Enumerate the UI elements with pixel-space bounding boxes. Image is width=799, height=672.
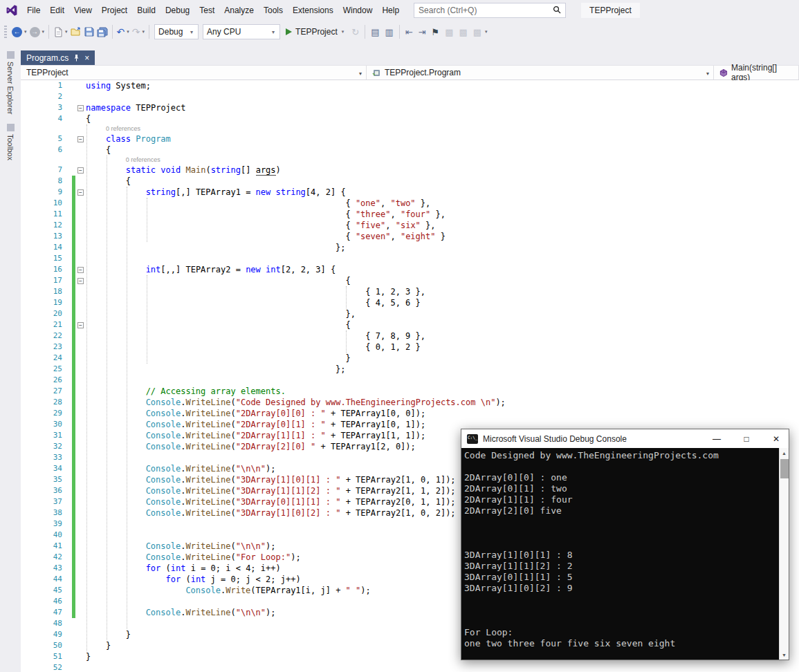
code-text[interactable]: { "seven", "eight" } [86, 231, 799, 242]
code-text[interactable]: using System; [86, 80, 799, 91]
code-line[interactable]: 22{ 7, 8, 9 }, [21, 330, 799, 342]
menu-item-help[interactable]: Help [377, 2, 404, 19]
navigate-forward-button[interactable]: → [28, 24, 42, 40]
fold-toggle-icon[interactable]: − [77, 167, 84, 174]
code-line[interactable]: 9−string[,] TEPArray1 = new string[4, 2]… [21, 187, 799, 198]
console-scrollbar[interactable]: ▲ ▼ [779, 448, 789, 660]
fold-toggle-icon[interactable]: − [77, 278, 84, 284]
code-line[interactable]: 16−int[,,] TEPArray2 = new int[2, 2, 3] … [21, 264, 799, 275]
menu-item-analyze[interactable]: Analyze [219, 2, 259, 19]
code-text[interactable] [86, 253, 799, 264]
save-all-button[interactable] [95, 24, 109, 40]
forward-dropdown-icon[interactable]: ▾ [42, 29, 46, 35]
fold-toggle-icon[interactable]: − [77, 136, 84, 142]
code-line[interactable]: 8{ [21, 176, 799, 187]
code-text[interactable]: { [86, 319, 799, 330]
codelens-references[interactable]: 0 references [126, 156, 160, 165]
code-text[interactable]: // Accessing array elements. [86, 386, 799, 397]
tab-program-cs[interactable]: Program.cs × [21, 50, 95, 65]
code-text[interactable]: Console.WriteLine("Code Designed by www.… [86, 397, 799, 408]
code-line[interactable]: 3−namespace TEPProject [21, 102, 799, 113]
fold-toggle-icon[interactable]: − [77, 322, 84, 328]
code-line[interactable]: 15 [21, 253, 799, 264]
menu-item-project[interactable]: Project [97, 2, 132, 19]
code-text[interactable]: { [86, 144, 799, 156]
scrollbar-thumb[interactable] [780, 459, 789, 478]
menu-item-tools[interactable]: Tools [259, 2, 288, 19]
code-text[interactable]: { [86, 176, 799, 187]
pin-icon[interactable] [73, 54, 80, 62]
side-tab-server-explorer[interactable]: Server Explorer [6, 51, 15, 114]
indent-decrease-icon[interactable]: ⇤ [403, 27, 416, 37]
close-button[interactable]: ✕ [764, 429, 789, 448]
code-text[interactable]: int[,,] TEPArray2 = new int[2, 2, 3] { [86, 264, 799, 275]
console-output[interactable]: Code Designed by www.TheEngineeringProje… [461, 448, 779, 660]
solution-platform-dropdown[interactable]: Any CPU▾ [203, 24, 280, 39]
solution-configuration-dropdown[interactable]: Debug▾ [154, 24, 199, 39]
code-line[interactable]: 52 [21, 662, 799, 672]
code-line[interactable]: 10{ "one", "two" }, [21, 198, 799, 209]
redo-dropdown-icon[interactable]: ▾ [142, 29, 147, 35]
code-line[interactable]: 19{ 4, 5, 6 } [21, 297, 799, 308]
code-line[interactable]: 20}, [21, 308, 799, 319]
code-line[interactable]: 29Console.WriteLine("2DArray[0][0] : " +… [21, 408, 799, 419]
menu-item-edit[interactable]: Edit [45, 2, 69, 19]
code-line[interactable]: 25}; [21, 364, 799, 375]
redo-button[interactable]: ↷ [131, 24, 142, 40]
code-text[interactable]: static void Main(string[] args) [86, 165, 799, 176]
code-line[interactable]: 13{ "seven", "eight" } [21, 231, 799, 242]
start-debugging-button[interactable]: TEPProject ▾ [282, 24, 349, 40]
code-text[interactable]: { [86, 275, 799, 286]
code-line[interactable]: 14}; [21, 242, 799, 253]
code-line[interactable]: 27// Accessing array elements. [21, 386, 799, 397]
open-file-button[interactable] [69, 24, 83, 40]
code-text[interactable]: { [86, 113, 799, 124]
code-text[interactable]: Console.WriteLine("2DArray[0][0] : " + T… [86, 408, 799, 419]
maximize-button[interactable]: □ [734, 429, 759, 448]
code-text[interactable]: { "three", "four" }, [86, 209, 799, 220]
new-file-button[interactable] [52, 24, 64, 40]
save-button[interactable] [83, 24, 95, 40]
code-text[interactable]: }; [86, 242, 799, 253]
code-text[interactable]: } [86, 353, 799, 364]
menu-item-build[interactable]: Build [132, 2, 160, 19]
code-text[interactable]: namespace TEPProject [86, 102, 799, 113]
code-text[interactable]: { 7, 8, 9 }, [86, 330, 799, 342]
code-text[interactable] [86, 375, 799, 386]
code-text[interactable]: }; [86, 364, 799, 375]
code-line[interactable]: 1using System; [21, 80, 799, 91]
code-line[interactable]: 26 [21, 375, 799, 386]
bookmark-icon[interactable]: ⚑ [429, 27, 443, 37]
code-line[interactable]: 18{ 1, 2, 3 }, [21, 286, 799, 297]
code-line[interactable]: 6{ [21, 144, 799, 156]
type-dropdown[interactable]: TEPProject.Program ▾ [367, 66, 714, 80]
code-line[interactable]: 2 [21, 91, 799, 102]
code-text[interactable]: { 4, 5, 6 } [86, 297, 799, 308]
undo-button[interactable]: ↶ [116, 24, 127, 40]
hot-reload-icon[interactable]: ↻ [349, 27, 362, 37]
code-text[interactable]: { 0, 1, 2 } [86, 342, 799, 353]
code-line[interactable]: 7−static void Main(string[] args) [21, 165, 799, 176]
code-text[interactable]: string[,] TEPArray1 = new string[4, 2] { [86, 187, 799, 198]
code-line[interactable]: 4{ [21, 113, 799, 124]
previous-bookmark-icon[interactable]: ▩ [442, 27, 456, 37]
close-icon[interactable]: × [84, 54, 89, 62]
code-text[interactable]: { "five", "six" }, [86, 220, 799, 231]
clear-bookmarks-icon[interactable]: ▩ [470, 27, 484, 37]
menu-item-extensions[interactable]: Extensions [288, 2, 338, 19]
side-tab-toolbox[interactable]: Toolbox [6, 124, 15, 160]
start-dropdown-icon[interactable]: ▾ [341, 29, 346, 35]
toolbar-drag-handle[interactable] [4, 26, 7, 38]
code-text[interactable]: { 1, 2, 3 }, [86, 286, 799, 297]
code-text[interactable]: }, [86, 308, 799, 319]
menu-item-window[interactable]: Window [338, 2, 378, 19]
find-in-files-icon[interactable]: ▤ [368, 27, 382, 37]
fold-toggle-icon[interactable]: − [77, 267, 84, 273]
scroll-down-icon[interactable]: ▼ [780, 650, 789, 660]
member-dropdown[interactable]: Main(string[] args) [714, 66, 799, 80]
menu-item-view[interactable]: View [69, 2, 97, 19]
code-line[interactable]: 17−{ [21, 275, 799, 286]
search-box[interactable]: Search (Ctrl+Q) [414, 3, 566, 18]
code-text[interactable]: { "one", "two" }, [86, 198, 799, 209]
project-dropdown[interactable]: TEPProject ▾ [21, 66, 367, 80]
